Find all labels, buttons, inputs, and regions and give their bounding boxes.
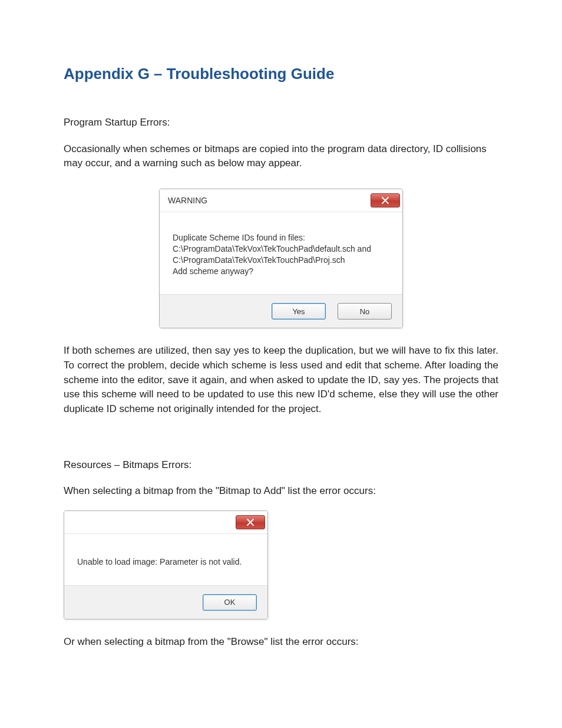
dialog-message: Unable to load image: Parameter is not v… — [64, 534, 267, 585]
page-heading: Appendix G – Troubleshooting Guide — [64, 65, 498, 83]
explanation-paragraph: If both schemes are utilized, then say y… — [64, 344, 498, 416]
dialog-message: Duplicate Scheme IDs found in files: C:\… — [160, 212, 402, 295]
intro-paragraph: Occasionally when schemes or bitmaps are… — [64, 142, 498, 171]
dialog-title: WARNING — [168, 196, 207, 205]
error-dialog: Unable to load image: Parameter is not v… — [64, 510, 268, 620]
browse-intro: Or when selecting a bitmap from the "Bro… — [64, 635, 498, 650]
section-title-startup: Program Startup Errors: — [64, 116, 498, 130]
page-number: 36 — [96, 726, 498, 729]
dialog-footer: OK — [64, 585, 267, 619]
close-icon — [246, 518, 254, 526]
dialog-footer: Yes No — [160, 294, 402, 328]
ok-button[interactable]: OK — [203, 594, 257, 611]
no-button[interactable]: No — [338, 303, 392, 319]
close-icon — [381, 196, 389, 205]
close-button[interactable] — [371, 193, 400, 207]
bitmap-add-intro: When selecting a bitmap from the "Bitmap… — [64, 484, 498, 499]
document-page: Appendix G – Troubleshooting Guide Progr… — [0, 0, 562, 728]
dialog-titlebar: WARNING — [160, 189, 402, 212]
section-title-resources: Resources – Bitmaps Errors: — [64, 458, 498, 473]
close-button[interactable] — [236, 515, 265, 529]
warning-dialog: WARNING Duplicate Scheme IDs found in fi… — [159, 189, 403, 329]
yes-button[interactable]: Yes — [272, 303, 326, 319]
dialog-titlebar — [64, 511, 267, 534]
